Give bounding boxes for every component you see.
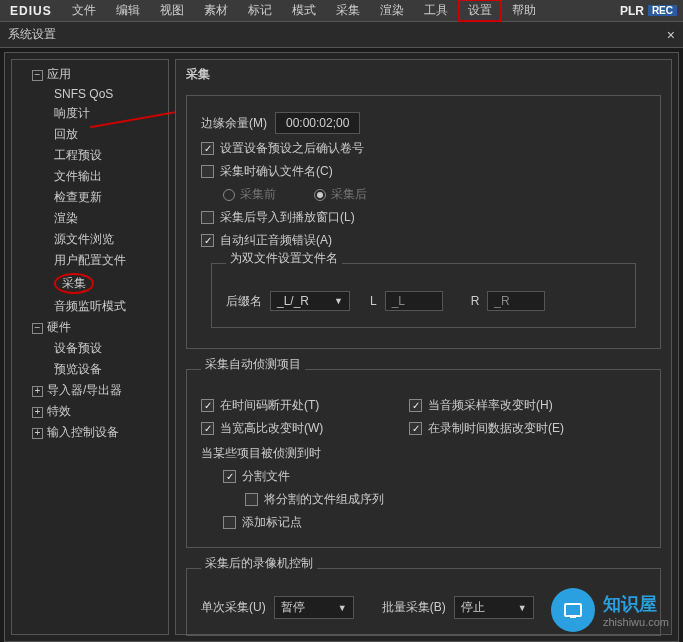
menu-view[interactable]: 视图 xyxy=(150,0,194,22)
tree-item[interactable]: 音频监听模式 xyxy=(12,296,168,317)
margin-timecode[interactable]: 00:00:02;00 xyxy=(275,112,360,134)
menu-mode[interactable]: 模式 xyxy=(282,0,326,22)
checkbox-rec-num[interactable]: ✓在录制时间数据改变时(E) xyxy=(409,420,564,437)
watermark-url: zhishiwu.com xyxy=(603,616,669,628)
tree-io[interactable]: +导入器/导出器 xyxy=(12,380,168,401)
menu-settings[interactable]: 设置 xyxy=(458,0,502,22)
tree-item[interactable]: 源文件浏览 xyxy=(12,229,168,250)
batch-dropdown[interactable]: 停止▼ xyxy=(454,596,534,619)
menubar: EDIUS 文件 编辑 视图 素材 标记 模式 采集 渲染 工具 设置 帮助 P… xyxy=(0,0,683,22)
watermark-title: 知识屋 xyxy=(603,592,669,616)
collapse-icon[interactable]: − xyxy=(32,323,43,334)
menu-marker[interactable]: 标记 xyxy=(238,0,282,22)
dialog-body: −应用 SNFS QoS 响度计 回放 工程预设 文件输出 检查更新 渲染 源文… xyxy=(4,52,679,642)
r-field: _R xyxy=(487,291,545,311)
checkbox-make-seq[interactable]: 将分割的文件组成序列 xyxy=(245,491,384,508)
tree-item[interactable]: 文件输出 xyxy=(12,166,168,187)
menu-file[interactable]: 文件 xyxy=(62,0,106,22)
svg-rect-1 xyxy=(570,616,576,618)
svg-rect-0 xyxy=(565,604,581,616)
checkbox-auto-audio[interactable]: ✓自动纠正音频错误(A) xyxy=(201,232,332,249)
suffix-dropdown[interactable]: _L/_R▼ xyxy=(270,291,350,311)
panel-title: 采集 xyxy=(176,60,671,89)
tree-app[interactable]: −应用 xyxy=(12,64,168,85)
l-field: _L xyxy=(385,291,443,311)
collapse-icon[interactable]: − xyxy=(32,70,43,81)
settings-panel: 采集 边缘余量(M) 00:00:02;00 ✓设置设备预设之后确认卷号 采集时… xyxy=(175,59,672,635)
checkbox-confirm-reel[interactable]: ✓设置设备预设之后确认卷号 xyxy=(201,140,364,157)
expand-icon[interactable]: + xyxy=(32,386,43,397)
tree-item[interactable]: SNFS QoS xyxy=(12,85,168,103)
single-dropdown[interactable]: 暂停▼ xyxy=(274,596,354,619)
margin-label: 边缘余量(M) xyxy=(201,115,267,132)
radio-before: 采集前 xyxy=(223,186,276,203)
checkbox-audio-rate[interactable]: ✓当音频采样率改变时(H) xyxy=(409,397,553,414)
menu-edit[interactable]: 编辑 xyxy=(106,0,150,22)
fieldset-autodetect: 采集自动侦测项目 ✓在时间码断开处(T) ✓当音频采样率改变时(H) ✓当宽高比… xyxy=(186,369,661,548)
tree-item[interactable]: 检查更新 xyxy=(12,187,168,208)
tree-item-capture[interactable]: 采集 xyxy=(12,271,168,296)
checkbox-import-window[interactable]: 采集后导入到播放窗口(L) xyxy=(201,209,355,226)
section-general: 边缘余量(M) 00:00:02;00 ✓设置设备预设之后确认卷号 采集时确认文… xyxy=(186,95,661,349)
expand-icon[interactable]: + xyxy=(32,407,43,418)
menu-clip[interactable]: 素材 xyxy=(194,0,238,22)
suffix-label: 后缀名 xyxy=(226,293,262,310)
status-indicator: PLR REC xyxy=(620,4,683,18)
when-detected-label: 当某些项目被侦测到时 xyxy=(201,445,646,462)
watermark: 知识屋 zhishiwu.com xyxy=(551,588,669,632)
settings-tree[interactable]: −应用 SNFS QoS 响度计 回放 工程预设 文件输出 检查更新 渲染 源文… xyxy=(11,59,169,635)
tree-item[interactable]: 预览设备 xyxy=(12,359,168,380)
checkbox-split[interactable]: ✓分割文件 xyxy=(223,468,290,485)
tree-item[interactable]: 渲染 xyxy=(12,208,168,229)
chevron-down-icon: ▼ xyxy=(518,603,527,613)
expand-icon[interactable]: + xyxy=(32,428,43,439)
menu-tools[interactable]: 工具 xyxy=(414,0,458,22)
checkbox-add-marker[interactable]: 添加标记点 xyxy=(223,514,302,531)
close-icon[interactable]: × xyxy=(667,27,675,43)
tree-item[interactable]: 回放 xyxy=(12,124,168,145)
menu-help[interactable]: 帮助 xyxy=(502,0,546,22)
tree-item[interactable]: 响度计 xyxy=(12,103,168,124)
chevron-down-icon: ▼ xyxy=(338,603,347,613)
tree-item[interactable]: 设备预设 xyxy=(12,338,168,359)
app-logo: EDIUS xyxy=(0,4,62,18)
rec-label: REC xyxy=(648,5,677,16)
fieldset-dual-file: 为双文件设置文件名 后缀名 _L/_R▼ L _L R _R xyxy=(211,263,636,328)
menu-render[interactable]: 渲染 xyxy=(370,0,414,22)
plr-label: PLR xyxy=(620,4,644,18)
single-label: 单次采集(U) xyxy=(201,599,266,616)
tree-item[interactable]: 工程预设 xyxy=(12,145,168,166)
l-label: L xyxy=(370,294,377,308)
checkbox-aspect[interactable]: ✓当宽高比改变时(W) xyxy=(201,420,401,437)
tree-input[interactable]: +输入控制设备 xyxy=(12,422,168,443)
batch-label: 批量采集(B) xyxy=(382,599,446,616)
watermark-icon xyxy=(551,588,595,632)
tree-fx[interactable]: +特效 xyxy=(12,401,168,422)
radio-after: 采集后 xyxy=(314,186,367,203)
tree-item[interactable]: 用户配置文件 xyxy=(12,250,168,271)
tree-hardware[interactable]: −硬件 xyxy=(12,317,168,338)
r-label: R xyxy=(471,294,480,308)
chevron-down-icon: ▼ xyxy=(334,296,343,306)
checkbox-confirm-name[interactable]: 采集时确认文件名(C) xyxy=(201,163,333,180)
dialog-title-text: 系统设置 xyxy=(8,26,56,43)
dialog-titlebar: 系统设置 × xyxy=(0,22,683,48)
checkbox-tc-break[interactable]: ✓在时间码断开处(T) xyxy=(201,397,401,414)
menu-capture[interactable]: 采集 xyxy=(326,0,370,22)
